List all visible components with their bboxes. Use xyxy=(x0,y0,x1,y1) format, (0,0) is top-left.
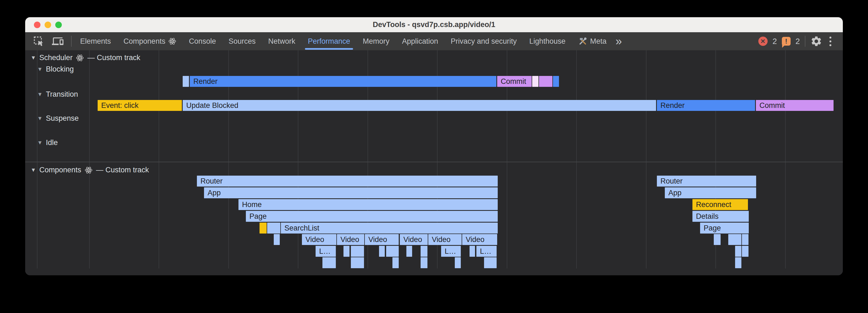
tab-lighthouse[interactable]: Lighthouse xyxy=(523,32,572,50)
flame-bar[interactable] xyxy=(406,246,412,257)
lane-label: Idle xyxy=(46,138,58,147)
flame-bar[interactable] xyxy=(183,76,189,87)
collapse-triangle-icon[interactable]: ▼ xyxy=(37,115,43,121)
react-atom-icon xyxy=(76,54,84,62)
collapse-triangle-icon[interactable]: ▼ xyxy=(37,140,43,146)
flame-bar[interactable] xyxy=(259,222,267,234)
inspect-element-icon[interactable] xyxy=(33,35,44,47)
flame-bar-video[interactable]: Video xyxy=(462,234,497,245)
flame-bar[interactable] xyxy=(386,246,399,257)
flame-bar[interactable] xyxy=(421,246,428,257)
tab-label: Components xyxy=(124,37,165,46)
flame-bar-video[interactable]: Video xyxy=(365,234,399,245)
flame-bar-router[interactable]: Router xyxy=(197,176,498,186)
tab-label: Meta xyxy=(590,37,607,46)
close-window-button[interactable] xyxy=(34,22,40,28)
error-count-icon[interactable]: × xyxy=(758,37,768,46)
scheduler-track-header[interactable]: ▼ Scheduler — Custom track xyxy=(31,54,140,62)
tab-label: Privacy and security xyxy=(451,37,517,46)
lane-blocking[interactable]: ▼Blocking xyxy=(37,65,74,73)
flame-bar-app[interactable]: App xyxy=(204,187,498,198)
tab-elements[interactable]: Elements xyxy=(74,32,117,50)
flame-bar[interactable] xyxy=(274,234,280,245)
flame-bar-router[interactable]: Router xyxy=(657,176,756,186)
flame-bar-video[interactable]: Video xyxy=(302,234,336,245)
flame-bar[interactable] xyxy=(742,234,748,245)
collapse-triangle-icon[interactable]: ▼ xyxy=(37,91,43,98)
flame-bar[interactable] xyxy=(351,246,364,257)
flame-bar-video[interactable]: Video xyxy=(400,234,428,245)
flame-bar[interactable] xyxy=(735,257,741,268)
flame-bar[interactable] xyxy=(343,246,349,257)
flame-bar[interactable] xyxy=(532,76,538,87)
tab-label: Network xyxy=(268,37,296,46)
issues-count-icon[interactable]: ! xyxy=(782,37,790,46)
flame-bar-commit[interactable]: Commit xyxy=(756,100,834,111)
tab-label: Memory xyxy=(363,37,390,46)
error-count: 2 xyxy=(773,37,777,46)
flame-bar[interactable] xyxy=(484,257,497,268)
window-title: DevTools - qsvd7p.csb.app/video/1 xyxy=(25,21,843,29)
flame-bar[interactable] xyxy=(455,257,461,268)
flame-bar-reconnect[interactable]: Reconnect xyxy=(692,199,748,210)
flame-bar[interactable] xyxy=(742,246,748,257)
minimize-window-button[interactable] xyxy=(44,22,51,28)
flame-bar-home[interactable]: Home xyxy=(239,199,498,210)
tab-label: Sources xyxy=(228,37,256,46)
flame-bar-commit[interactable]: Commit xyxy=(497,76,532,87)
flame-bar[interactable] xyxy=(379,246,385,257)
flame-bar[interactable] xyxy=(539,76,552,87)
flame-bar[interactable] xyxy=(322,257,336,268)
settings-gear-icon[interactable] xyxy=(810,35,822,47)
react-atom-icon xyxy=(168,37,176,45)
flame-bar-l-[interactable]: L… xyxy=(316,246,336,257)
lane-transition[interactable]: ▼Transition xyxy=(37,90,78,99)
tab-meta[interactable]: Meta xyxy=(572,32,613,50)
lane-suspense[interactable]: ▼Suspense xyxy=(37,114,79,123)
more-tabs-button[interactable]: » xyxy=(616,35,622,47)
collapse-triangle-icon[interactable]: ▼ xyxy=(31,55,36,61)
flame-bar[interactable] xyxy=(351,257,364,268)
flame-bar-app[interactable]: App xyxy=(665,187,756,198)
traffic-lights xyxy=(34,17,62,32)
tab-privacy-and-security[interactable]: Privacy and security xyxy=(444,32,523,50)
components-track-header[interactable]: ▼ Components — Custom track xyxy=(31,166,149,174)
collapse-triangle-icon[interactable]: ▼ xyxy=(31,167,36,173)
kebab-menu-icon[interactable] xyxy=(827,35,834,47)
flame-bar-update-blocked[interactable]: Update Blocked xyxy=(183,100,656,111)
flame-bar-video[interactable]: Video xyxy=(337,234,364,245)
flame-bar-l-[interactable]: L… xyxy=(476,246,497,257)
flame-bar-page[interactable]: Page xyxy=(246,211,498,222)
tab-label: Elements xyxy=(80,37,111,46)
tab-network[interactable]: Network xyxy=(262,32,302,50)
flame-bar-searchlist[interactable]: SearchList xyxy=(281,222,498,234)
tab-application[interactable]: Application xyxy=(396,32,444,50)
panel-tabs: ElementsComponentsConsoleSourcesNetworkP… xyxy=(74,32,613,50)
flame-bar-details[interactable]: Details xyxy=(692,211,749,222)
collapse-triangle-icon[interactable]: ▼ xyxy=(37,66,43,72)
flame-bar-render[interactable]: Render xyxy=(190,76,496,87)
tab-performance[interactable]: Performance xyxy=(302,32,356,50)
zoom-window-button[interactable] xyxy=(55,22,62,28)
flame-bar[interactable] xyxy=(267,222,280,234)
tab-console[interactable]: Console xyxy=(183,32,222,50)
flame-bar-page[interactable]: Page xyxy=(700,222,749,234)
flame-bar[interactable] xyxy=(714,234,721,245)
window-titlebar: DevTools - qsvd7p.csb.app/video/1 xyxy=(25,17,843,32)
flame-bar-l-[interactable]: L… xyxy=(441,246,461,257)
tab-memory[interactable]: Memory xyxy=(356,32,396,50)
flame-bar[interactable] xyxy=(470,246,475,257)
flame-bar-render[interactable]: Render xyxy=(657,100,755,111)
tab-sources[interactable]: Sources xyxy=(222,32,262,50)
flame-bar-event-click[interactable]: Event: click xyxy=(98,100,182,111)
flame-bar[interactable] xyxy=(735,246,741,257)
flame-bar[interactable] xyxy=(728,234,741,245)
device-toolbar-icon[interactable] xyxy=(52,35,63,47)
flame-bar[interactable] xyxy=(393,257,399,268)
flame-bar[interactable] xyxy=(421,257,428,268)
tab-components[interactable]: Components xyxy=(117,32,183,50)
lane-idle[interactable]: ▼Idle xyxy=(37,138,58,147)
flame-bar-video[interactable]: Video xyxy=(428,234,462,245)
lane-label: Blocking xyxy=(46,65,74,73)
flame-bar[interactable] xyxy=(553,76,559,87)
